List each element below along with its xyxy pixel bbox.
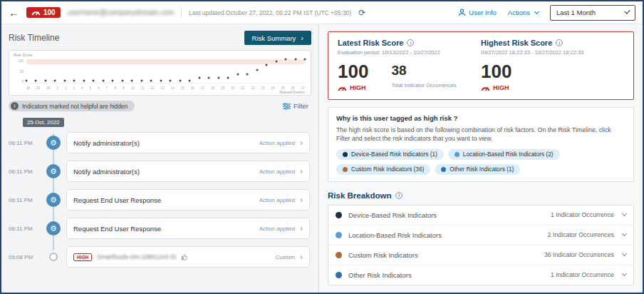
risk-score-chart[interactable]: Risk Score 100500 2829301234567891011121… xyxy=(9,50,311,96)
chevron-right-icon: › xyxy=(300,138,303,147)
legend-label: Custom Risk Indicators (36) xyxy=(351,166,424,173)
timeline-date-chip: 25 Oct, 2022 xyxy=(23,118,64,127)
risk-summary-label: Risk Summary xyxy=(252,34,296,42)
info-icon[interactable]: i xyxy=(395,192,402,199)
masked-user-email: username@companydomain.com xyxy=(68,9,175,16)
info-icon[interactable]: i xyxy=(407,39,414,46)
chevron-down-icon xyxy=(622,251,627,256)
user-info-link[interactable]: User Info xyxy=(458,9,497,16)
chevron-down-icon xyxy=(622,271,627,276)
chart-point xyxy=(304,59,306,61)
legend-item: Other Risk Indicators (1) xyxy=(435,164,520,175)
chart-point xyxy=(285,59,287,61)
chart-point xyxy=(73,80,76,82)
chevron-right-icon: › xyxy=(300,196,303,204)
action-gear-icon: ⚙ xyxy=(46,136,61,150)
chart-title: Risk Score xyxy=(14,53,33,57)
location-indicator-dot xyxy=(336,232,342,238)
filter-label: Filter xyxy=(294,102,308,110)
event-meta: Action applied xyxy=(259,168,295,175)
evaluation-period: Evaluation period: 10/13/2022 - 10/27/20… xyxy=(338,49,481,56)
info-icon[interactable]: i xyxy=(556,39,563,46)
top-bar: ← 100 username@companydomain.com Last up… xyxy=(1,1,643,24)
legend-label: Location-Based Risk Indicators (2) xyxy=(463,151,554,158)
action-gear-icon: ⚙ xyxy=(46,221,61,235)
device-indicator-dot xyxy=(343,152,348,157)
highest-risk-score-section: Highest Risk Score i 09/27/2022 18:22:33… xyxy=(481,39,624,91)
chart-point xyxy=(266,64,268,66)
event-title: Request End User Response xyxy=(73,225,254,233)
info-icon: i xyxy=(11,102,19,110)
risk-breakdown-card: Device-Based Risk Indicators 1 Indicator… xyxy=(328,205,634,285)
chart-footer-label: Selected Duration xyxy=(279,91,305,94)
filter-sliders-icon xyxy=(283,103,291,110)
legend-item: Location-Based Risk Indicators (2) xyxy=(448,149,560,160)
user-info-label: User Info xyxy=(469,9,497,16)
timeline-entry: 06:11 PM ⚙ Request End User Response Act… xyxy=(9,189,311,211)
latest-score-value: 100 xyxy=(338,62,368,81)
timeline-event-card[interactable]: Notify administrator(s) Action applied › xyxy=(66,132,310,153)
event-time: 06:11 PM xyxy=(9,197,41,203)
chart-point xyxy=(160,80,162,82)
why-question: Why is this user tagged as high risk ? xyxy=(336,114,625,122)
risk-detail-panel: Latest Risk Score i Evaluation period: 1… xyxy=(319,24,643,293)
event-title: Notify administrator(s) xyxy=(73,139,254,147)
timeline-event-card[interactable]: Notify administrator(s) Action applied › xyxy=(66,161,310,182)
chart-point xyxy=(256,69,258,71)
top-bar-actions: User Info Actions Last 1 Month xyxy=(458,5,635,21)
back-arrow-icon[interactable]: ← xyxy=(9,7,19,18)
timeline-event-card[interactable]: Request End User Response Action applied… xyxy=(66,218,310,239)
chart-point xyxy=(121,80,123,82)
custom-indicator-dot xyxy=(336,252,342,258)
actions-menu[interactable]: Actions xyxy=(508,9,539,16)
thumbs-up-icon[interactable] xyxy=(181,253,188,260)
event-title: Request End User Response xyxy=(73,196,254,204)
occurrences-block: 38 Total Indicator Occurrences xyxy=(391,62,456,88)
high-severity-badge: HIGH xyxy=(73,253,92,261)
chart-point xyxy=(26,80,28,82)
why-high-risk-card: Why is this user tagged as high risk ? T… xyxy=(328,107,634,182)
chevron-right-icon: › xyxy=(300,253,303,261)
event-meta: Custom xyxy=(275,254,295,260)
timeline-indicator-card[interactable]: HIGH Smartfoods-clm-10801243-SI Custom › xyxy=(66,246,310,268)
gauge-icon xyxy=(481,85,490,91)
other-indicator-dot xyxy=(441,167,446,172)
highest-risk-level-label: HIGH xyxy=(493,84,509,91)
time-period-value: Last 1 Month xyxy=(556,9,596,16)
chart-y-axis: 100500 xyxy=(12,59,24,83)
timeline-entry: 05:08 PM HIGH Smartfoods-clm-10801243-SI… xyxy=(9,246,311,268)
chevron-down-icon xyxy=(622,231,627,236)
chart-point xyxy=(246,74,249,76)
timeline-event-card[interactable]: Request End User Response Action applied… xyxy=(66,189,310,211)
breakdown-row-custom[interactable]: Custom Risk Indicators 36 Indicator Occu… xyxy=(328,245,633,265)
chart-point xyxy=(102,80,104,82)
filter-button[interactable]: Filter xyxy=(283,102,308,110)
breakdown-count: 1 Indicator Occurrence xyxy=(551,271,614,278)
chart-point xyxy=(198,76,200,78)
app-window: ← 100 username@companydomain.com Last up… xyxy=(0,0,644,294)
risk-summary-button[interactable]: Risk Summary › xyxy=(244,31,311,45)
breakdown-label: Other Risk Indicators xyxy=(348,271,544,279)
chevron-right-icon: › xyxy=(300,224,303,233)
chart-point xyxy=(44,80,46,82)
high-risk-band xyxy=(26,59,305,64)
timeline-entry: 06:11 PM ⚙ Notify administrator(s) Actio… xyxy=(9,132,311,153)
chart-x-axis: 2829301234567891011121314151617181920212… xyxy=(26,86,305,90)
refresh-icon[interactable]: ⟳ xyxy=(358,9,365,17)
highest-risk-level: HIGH xyxy=(481,84,511,91)
breakdown-row-other[interactable]: Other Risk Indicators 1 Indicator Occurr… xyxy=(328,265,633,285)
masked-indicator-title: Smartfoods-clm-10801243-SI xyxy=(97,253,176,260)
breakdown-row-device[interactable]: Device-Based Risk Indicators 1 Indicator… xyxy=(328,206,633,225)
timeline-entry: 06:11 PM ⚙ Notify administrator(s) Actio… xyxy=(9,161,311,182)
chart-point xyxy=(112,80,114,82)
chart-point xyxy=(275,61,277,63)
breakdown-row-location[interactable]: Location-Based Risk Indicators 2 Indicat… xyxy=(328,225,633,245)
breakdown-count: 2 Indicator Occurrences xyxy=(548,231,614,238)
chart-point xyxy=(294,59,296,61)
hidden-indicators-note: i Indicators marked not helpful are hidd… xyxy=(9,101,135,111)
main-content: Risk Timeline Risk Summary › Risk Score … xyxy=(1,24,643,293)
chart-point xyxy=(131,80,133,82)
time-period-select[interactable]: Last 1 Month xyxy=(550,5,635,21)
event-meta: Action applied xyxy=(259,140,295,146)
chart-point xyxy=(208,76,210,78)
